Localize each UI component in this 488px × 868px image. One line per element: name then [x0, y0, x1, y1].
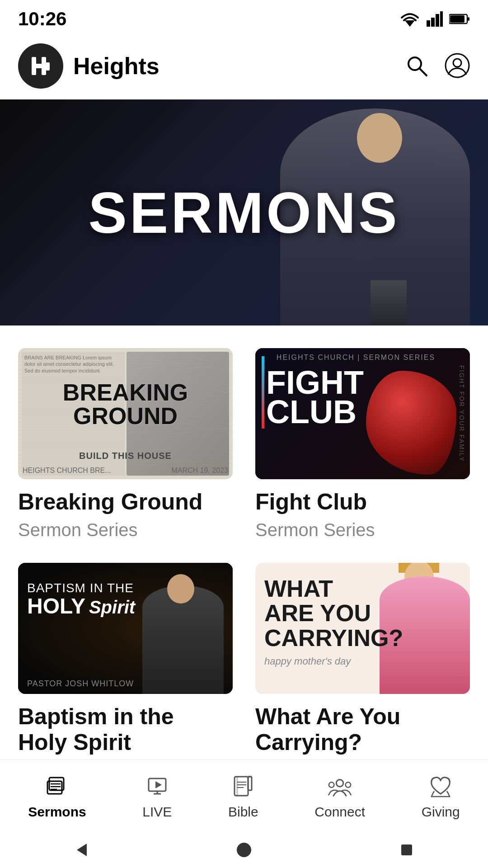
carrying-title: What Are YouCarrying?: [255, 704, 470, 756]
carrying-note: happy mother's day: [264, 656, 403, 667]
bg-footer: HEIGHTS CHURCH BRE... MARCH 19, 2023: [18, 467, 233, 475]
nav-item-bible[interactable]: Bible: [219, 768, 267, 824]
battery-icon: [449, 13, 470, 25]
sermons-icon: [43, 773, 70, 800]
svg-marker-35: [77, 844, 87, 856]
android-home-button[interactable]: [230, 836, 258, 863]
sermon-grid-section: BRAINS ARE BREAKING Lorem ipsum dolor si…: [0, 326, 488, 774]
sermon-card-breaking-ground[interactable]: BRAINS ARE BREAKING Lorem ipsum dolor si…: [18, 348, 233, 540]
bg-subtitle-block: BUILD THIS HOUSE: [18, 451, 233, 461]
sermon-thumb-fight-club: FIGHT FOR YOUR FAMILY HEIGHTS CHURCH | S…: [255, 348, 470, 479]
bg-subtitle: BUILD THIS HOUSE: [18, 451, 233, 461]
giving-nav-label: Giving: [422, 804, 460, 820]
svg-rect-11: [45, 62, 50, 71]
header-branding: Heights: [18, 43, 160, 89]
bap-line2-group: HOLY Spirit: [27, 595, 135, 618]
svg-rect-1: [427, 20, 430, 27]
sermon-card-fight-club[interactable]: FIGHT FOR YOUR FAMILY HEIGHTS CHURCH | S…: [255, 348, 470, 540]
svg-point-15: [453, 59, 461, 67]
profile-icon: [445, 53, 470, 78]
fc-side-label-1: FIGHT FOR YOUR FAMILY: [458, 365, 465, 462]
bap-line3: Spirit: [89, 597, 135, 618]
android-nav-bar: [0, 832, 488, 868]
svg-marker-22: [155, 781, 162, 788]
hero-podium: [371, 280, 407, 326]
svg-rect-31: [248, 777, 252, 790]
svg-rect-4: [440, 11, 443, 27]
breaking-ground-title: Breaking Ground: [18, 489, 233, 515]
app-logo: [18, 43, 63, 89]
bible-icon: [230, 773, 257, 800]
breaking-ground-subtitle: Sermon Series: [18, 520, 233, 540]
svg-point-36: [237, 843, 251, 857]
signal-icon: [427, 11, 443, 27]
sermon-card-baptism[interactable]: BAPTISM IN THE HOLY Spirit PASTOR JOSH W…: [18, 563, 233, 760]
connect-icon: [326, 773, 353, 800]
bap-line2: HOLY: [27, 595, 85, 617]
header-actions: [404, 53, 470, 80]
bottom-navigation: Sermons LIVE Bible: [0, 760, 488, 832]
bap-pastor: PASTOR JOSH WHITLOW: [27, 679, 134, 689]
app-header: Heights: [0, 34, 488, 99]
sermon-thumb-breaking-ground: BRAINS ARE BREAKING Lorem ipsum dolor si…: [18, 348, 233, 479]
android-recent-button[interactable]: [393, 836, 420, 863]
baptism-text-block: BAPTISM IN THE HOLY Spirit: [27, 581, 135, 618]
sermon-card-carrying[interactable]: WHATARE YOUCARRYING? happy mother's day …: [255, 563, 470, 760]
fight-club-subtitle: Sermon Series: [255, 520, 470, 540]
hero-title: SERMONS: [88, 180, 399, 245]
svg-rect-37: [401, 844, 412, 855]
bg-date: MARCH 19, 2023: [172, 467, 228, 475]
status-bar: 10:26: [0, 0, 488, 34]
svg-point-32: [336, 779, 343, 786]
svg-line-13: [419, 68, 427, 75]
svg-rect-7: [450, 15, 465, 23]
breaking-ground-main-title: BREAKINGGROUND: [23, 381, 228, 428]
connect-nav-label: Connect: [314, 804, 365, 820]
search-icon: [404, 53, 429, 78]
carrying-text-block: WHATARE YOUCARRYING? happy mother's day: [264, 576, 403, 668]
fc-side-text: FIGHT FOR YOUR FAMILY: [458, 348, 465, 479]
status-time: 10:26: [18, 8, 66, 30]
fc-main-title: FIGHTCLUB: [266, 368, 364, 427]
svg-rect-2: [431, 18, 435, 27]
nav-item-giving[interactable]: Giving: [413, 768, 469, 824]
android-back-button[interactable]: [68, 836, 95, 863]
svg-rect-3: [436, 14, 439, 27]
baptism-person-head: [167, 574, 194, 604]
app-name: Heights: [73, 52, 160, 80]
hero-person-head: [357, 113, 402, 163]
fc-accent: [262, 356, 264, 429]
search-button[interactable]: [404, 53, 429, 80]
bg-church-name: HEIGHTS CHURCH BRE...: [23, 467, 111, 475]
carrying-title-text: WHATARE YOUCARRYING?: [264, 576, 403, 651]
svg-rect-6: [468, 17, 469, 21]
wifi-icon: [399, 11, 420, 27]
giving-icon: [427, 773, 454, 800]
sermon-thumb-carrying: WHATARE YOUCARRYING? happy mother's day: [255, 563, 470, 694]
svg-point-34: [346, 782, 351, 788]
sermon-thumb-baptism: BAPTISM IN THE HOLY Spirit PASTOR JOSH W…: [18, 563, 233, 694]
baptism-title: Baptism in theHoly Spirit: [18, 704, 233, 756]
sermon-grid: BRAINS ARE BREAKING Lorem ipsum dolor si…: [18, 348, 470, 760]
svg-marker-0: [405, 20, 415, 27]
status-icons: [399, 11, 470, 27]
live-nav-label: LIVE: [142, 804, 172, 820]
logo-h-icon: [29, 54, 52, 78]
breaking-ground-thumb-bg: BRAINS ARE BREAKING Lorem ipsum dolor si…: [18, 348, 233, 479]
nav-item-live[interactable]: LIVE: [133, 768, 181, 824]
live-icon: [144, 773, 171, 800]
profile-button[interactable]: [445, 53, 470, 80]
nav-item-connect[interactable]: Connect: [305, 768, 374, 824]
bg-title: BREAKINGGROUND: [23, 381, 228, 428]
nav-item-sermons[interactable]: Sermons: [19, 768, 95, 824]
fight-club-title: Fight Club: [255, 489, 470, 515]
bible-nav-label: Bible: [228, 804, 258, 820]
carrying-thumb-bg: WHATARE YOUCARRYING? happy mother's day: [255, 563, 470, 694]
baptism-thumb-bg: BAPTISM IN THE HOLY Spirit PASTOR JOSH W…: [18, 563, 233, 694]
bap-line1: BAPTISM IN THE: [27, 581, 135, 595]
sermons-nav-label: Sermons: [28, 804, 86, 820]
fight-club-thumb-bg: FIGHT FOR YOUR FAMILY HEIGHTS CHURCH | S…: [255, 348, 470, 479]
svg-point-33: [329, 782, 334, 788]
svg-rect-26: [236, 777, 238, 796]
fc-top-label: HEIGHTS CHURCH | SERMON SERIES: [255, 354, 456, 362]
